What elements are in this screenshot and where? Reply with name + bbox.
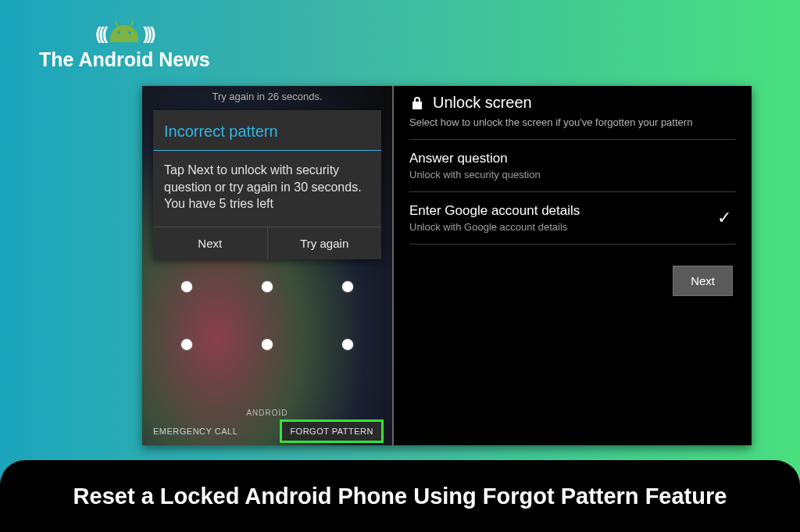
caption-text: Reset a Locked Android Phone Using Forgo… (73, 484, 727, 509)
dialog-body: Tap Next to unlock with security questio… (153, 151, 381, 227)
option-google-account[interactable]: Enter Google account details Unlock with… (409, 192, 736, 245)
pattern-dot[interactable] (181, 281, 192, 292)
signal-right-icon: ))) (143, 23, 153, 44)
pattern-dot[interactable] (181, 339, 192, 350)
screenshots-panel: Try again in 26 seconds. Incorrect patte… (142, 86, 752, 445)
pattern-dot[interactable] (262, 339, 273, 350)
unlock-next-button[interactable]: Next (673, 266, 733, 296)
pattern-dot[interactable] (342, 339, 353, 350)
caption-bar: Reset a Locked Android Phone Using Forgo… (0, 460, 800, 532)
lock-screen: Try again in 26 seconds. Incorrect patte… (142, 86, 392, 445)
brand-logo: ((( ))) The Android News (39, 23, 210, 71)
dialog-next-button[interactable]: Next (153, 227, 267, 259)
brand-name: The Android News (39, 48, 210, 71)
pattern-dot[interactable] (262, 281, 273, 292)
retry-countdown: Try again in 26 seconds. (142, 86, 392, 110)
pattern-grid[interactable] (173, 281, 361, 350)
unlock-screen: Unlock screen Select how to unlock the s… (394, 86, 752, 445)
emergency-call-button[interactable]: EMERGENCY CALL (153, 427, 238, 436)
forgot-pattern-button[interactable]: FORGOT PATTERN (282, 422, 381, 441)
carrier-label: ANDROID (142, 409, 392, 417)
checkmark-icon: ✓ (717, 208, 731, 228)
signal-left-icon: ((( (95, 23, 105, 44)
option-title: Enter Google account details (409, 203, 580, 219)
unlock-subtitle: Select how to unlock the screen if you'v… (409, 116, 736, 140)
incorrect-pattern-dialog: Incorrect pattern Tap Next to unlock wit… (153, 110, 381, 259)
pattern-dot[interactable] (342, 281, 353, 292)
option-title: Answer question (409, 151, 541, 166)
dialog-try-again-button[interactable]: Try again (267, 227, 382, 259)
lock-icon (409, 95, 425, 111)
option-subtitle: Unlock with security question (409, 169, 541, 180)
option-subtitle: Unlock with Google account details (409, 221, 580, 233)
unlock-title: Unlock screen (433, 94, 532, 112)
option-answer-question[interactable]: Answer question Unlock with security que… (409, 140, 736, 192)
android-head-icon (110, 25, 138, 42)
dialog-title: Incorrect pattern (153, 110, 381, 151)
